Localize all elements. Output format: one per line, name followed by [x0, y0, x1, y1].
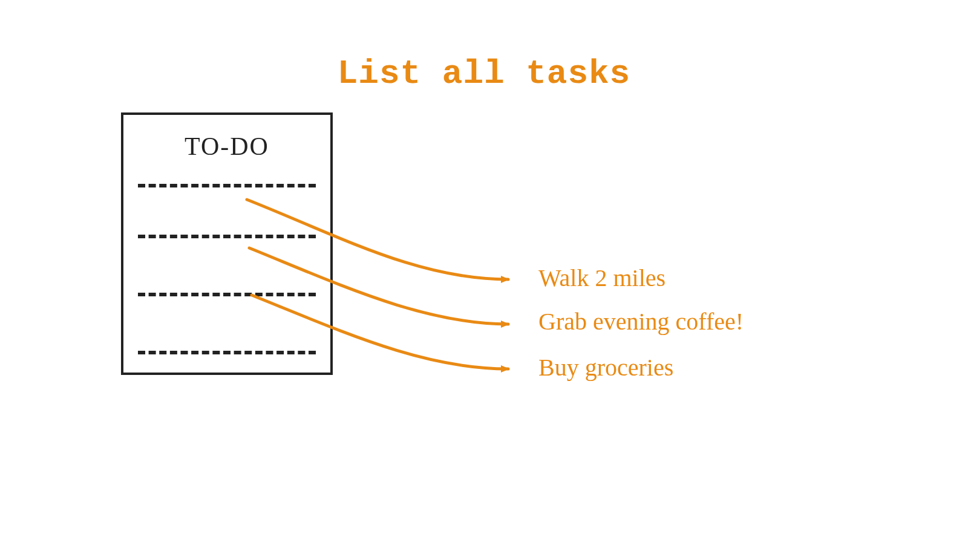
notepad-line-icon [138, 184, 316, 187]
notepad-card: TO-DO [121, 112, 333, 375]
notepad-line-icon [138, 351, 316, 354]
diagram-title: List all tasks [0, 54, 968, 93]
notepad-line-icon [138, 293, 316, 296]
task-label: Buy groceries [538, 353, 673, 382]
task-label: Grab evening coffee! [538, 307, 744, 336]
notepad-heading: TO-DO [123, 132, 330, 161]
task-label: Walk 2 miles [538, 264, 666, 292]
notepad-line-icon [138, 235, 316, 238]
